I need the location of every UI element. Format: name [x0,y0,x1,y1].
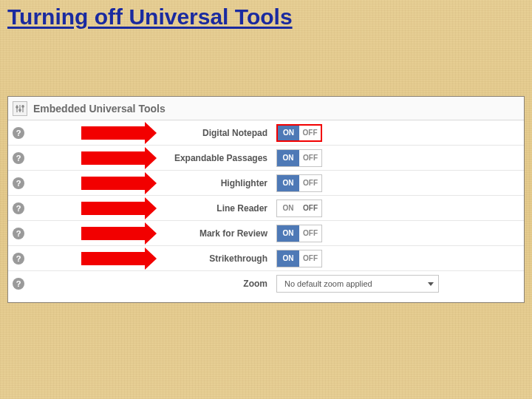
tool-label: Digital Notepad [151,128,276,138]
svg-point-3 [16,106,18,107]
arrow-icon [81,202,146,215]
sliders-icon [13,101,27,116]
arrow-cell [29,177,151,190]
tool-label: Expandable Passages [151,153,276,163]
arrow-cell [29,151,151,165]
panel-header: Embedded Universal Tools [8,97,524,120]
toggle-strikethrough[interactable] [276,250,322,267]
tool-label: Line Reader [151,203,276,214]
toggle-off-label [299,225,321,242]
svg-point-5 [22,105,24,106]
toggle-highlighter[interactable] [276,174,322,192]
toggle-expandable-passages[interactable] [276,149,322,167]
arrow-icon [81,252,146,265]
arrow-icon [81,126,146,140]
control-cell [276,149,516,167]
tool-label: Mark for Review [151,228,276,239]
toggle-on-label [277,250,299,267]
toggle-off-label [299,175,321,191]
panel-header-title: Embedded Universal Tools [33,103,166,115]
dropdown-value: No default zoom applied [284,279,372,288]
arrow-cell [29,277,151,290]
toggle-off-label [299,150,321,166]
tools-panel: Embedded Universal Tools ? Digital Notep… [7,96,525,303]
help-icon[interactable]: ? [13,127,24,139]
arrow-icon [81,177,146,190]
chevron-down-icon [428,282,434,286]
help-icon[interactable]: ? [13,177,24,189]
toggle-line-reader[interactable] [276,200,322,217]
arrow-icon [81,151,146,165]
zoom-dropdown[interactable]: No default zoom applied [276,275,439,293]
tool-row: ? Digital Notepad [8,120,524,146]
tool-row: ? Line Reader [8,196,524,221]
control-cell: No default zoom applied [276,275,516,293]
control-cell [276,124,516,142]
tool-label: Highlighter [151,178,276,188]
control-cell [276,174,516,192]
control-cell [276,200,516,217]
help-icon[interactable]: ? [13,228,24,239]
toggle-mark-for-review[interactable] [276,225,322,242]
toggle-on-label [277,200,299,216]
toggle-off-label [299,200,321,216]
arrow-icon [81,227,146,240]
svg-point-4 [19,109,21,110]
toggle-on-label [278,126,299,140]
tool-label: Strikethrough [151,253,276,264]
arrow-cell [29,126,151,140]
arrow-cell [29,227,151,240]
tool-row: ? Strikethrough [8,246,524,271]
toggle-on-label [277,150,299,166]
help-icon[interactable]: ? [13,152,24,164]
help-icon[interactable]: ? [13,253,24,265]
help-icon[interactable]: ? [13,278,24,290]
tool-label: Zoom [151,279,276,289]
arrow-cell [29,252,151,265]
slide-title: Turning off Universal Tools [7,4,293,30]
control-cell [276,225,516,242]
toggle-off-label [299,250,321,267]
toggle-digital-notepad[interactable] [276,124,322,142]
toggle-on-label [277,175,299,191]
arrow-cell [29,202,151,215]
help-icon[interactable]: ? [13,202,24,214]
tool-row: ? Zoom No default zoom applied [8,271,524,296]
tool-row: ? Expandable Passages [8,146,524,171]
toggle-on-label [277,225,299,242]
tool-row: ? Highlighter [8,171,524,196]
tool-row: ? Mark for Review [8,221,524,246]
toggle-off-label [299,126,321,140]
control-cell [276,250,516,267]
